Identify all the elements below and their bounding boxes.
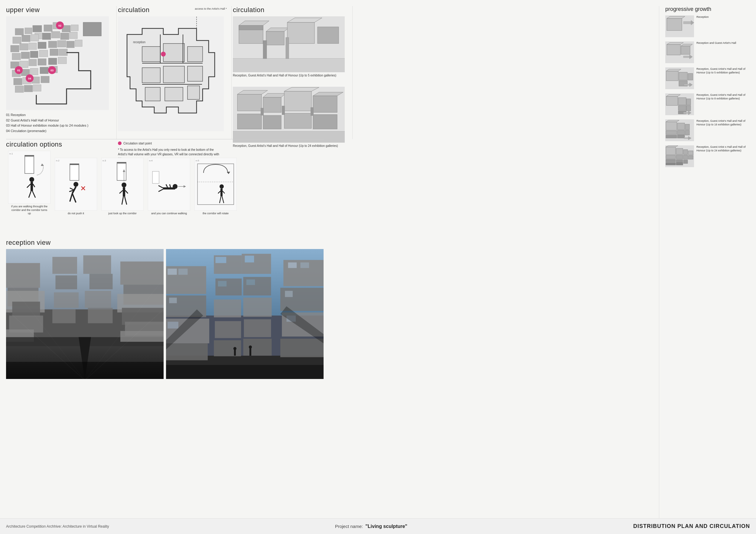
svg-marker-148: [666, 146, 678, 147]
svg-rect-278: [243, 339, 272, 356]
svg-rect-270: [218, 281, 227, 287]
svg-rect-163: [25, 155, 34, 157]
svg-rect-273: [214, 299, 241, 317]
svg-rect-79: [287, 22, 314, 43]
growth-item-5: Reception, Guest Artist's Hall and Hall …: [665, 119, 750, 141]
svg-rect-253: [169, 298, 177, 303]
reception-render-right: [166, 249, 324, 379]
svg-rect-23: [75, 40, 82, 46]
svg-rect-2: [25, 28, 32, 34]
svg-marker-136: [666, 120, 679, 122]
svg-point-208: [220, 184, 224, 189]
svg-rect-9: [13, 37, 21, 43]
svg-rect-83: [233, 59, 345, 72]
figure-svg-1: n-1: [8, 151, 50, 204]
growth-thumb-5: [665, 119, 694, 141]
legend-item-04: 04 Circulation (promenade): [6, 128, 118, 134]
figure-caption-4: and you can continue walking: [151, 212, 187, 216]
svg-rect-75: [239, 25, 263, 30]
svg-rect-241: [6, 362, 164, 379]
svg-rect-135: [666, 122, 677, 130]
svg-rect-48: [83, 22, 101, 36]
svg-rect-261: [285, 291, 293, 297]
figure-caption-1: if you are walking throught the corridor…: [10, 205, 49, 216]
circulation-right-title: circulation: [233, 6, 351, 14]
svg-text:03: 03: [50, 69, 54, 72]
growth-item-2: Reception and Guest Artist's Hall: [665, 41, 750, 63]
legend-item-03: 03 Hall of Honour exhibition module (up …: [6, 123, 118, 128]
bottom-project-name: "Living sculpture": [365, 524, 407, 529]
svg-rect-251: [178, 269, 188, 275]
svg-rect-142: [666, 131, 677, 135]
reception-view-title: reception view: [6, 239, 324, 247]
svg-rect-165: [31, 182, 33, 191]
circulation-left-section: circulation access to the Artist's Hall …: [118, 6, 230, 161]
growth-item-3: Reception, Guest Artist's Hall and Hall …: [665, 67, 750, 89]
main-container: upper view: [0, 0, 756, 534]
vertical-divider-right: [659, 6, 659, 526]
vertical-divider-1: [117, 6, 117, 139]
bottom-archive-text: Architecture Competition Archhive: Archi…: [6, 524, 109, 528]
svg-rect-31: [20, 61, 28, 68]
svg-rect-279: [234, 349, 236, 355]
growth-caption-1: Reception: [696, 15, 750, 18]
svg-text:02: 02: [58, 24, 61, 27]
svg-rect-205: [195, 158, 237, 211]
svg-rect-110: [667, 44, 680, 55]
svg-rect-226: [121, 262, 164, 285]
svg-rect-195: [148, 158, 190, 211]
svg-rect-10: [22, 35, 30, 42]
svg-rect-103: [310, 107, 313, 116]
svg-rect-12: [42, 33, 51, 39]
svg-text:n-5: n-5: [196, 159, 199, 162]
svg-rect-232: [52, 257, 77, 274]
svg-point-187: [122, 183, 126, 187]
svg-rect-121: [688, 73, 693, 80]
growth-item-4: Reception, Guest Artist's Hall and Hall …: [665, 93, 750, 115]
svg-rect-281: [250, 348, 251, 356]
svg-rect-102: [282, 106, 285, 115]
svg-rect-158: [676, 163, 683, 165]
bottom-bar: Architecture Competition Archhive: Archi…: [0, 518, 756, 534]
growth-item-1: Reception: [665, 15, 750, 37]
svg-rect-19: [38, 42, 46, 49]
circulation-figure-4: n-4 and you can continue walking: [146, 158, 192, 216]
svg-rect-114: [684, 56, 689, 58]
svg-rect-266: [215, 257, 226, 263]
svg-rect-138: [677, 130, 685, 135]
svg-rect-157: [688, 156, 693, 159]
upper-view-svg: 01 02 03 04: [6, 16, 109, 110]
svg-rect-41: [14, 78, 22, 85]
svg-rect-35: [58, 57, 67, 64]
growth-caption-3: Reception, Guest Artist's Hall and Hall …: [696, 67, 750, 74]
svg-point-72: [161, 52, 166, 57]
reception-render-left: [6, 249, 164, 379]
svg-rect-234: [55, 275, 77, 289]
svg-rect-45: [15, 86, 24, 92]
reception-images-container: [6, 249, 324, 379]
growth-thumb-6: [665, 145, 694, 167]
svg-rect-32: [29, 59, 37, 66]
svg-rect-59: [163, 43, 184, 62]
svg-point-280: [233, 347, 236, 350]
svg-rect-222: [12, 302, 40, 317]
svg-rect-26: [30, 51, 38, 58]
reception-image-right: [166, 249, 324, 379]
legend-item-02: 02 Guest Artist's Hall Hall of Honour: [6, 118, 118, 123]
svg-rect-140: [677, 135, 685, 138]
svg-rect-127: [678, 98, 686, 105]
svg-rect-149: [676, 148, 683, 154]
circulation-3d-upper: [233, 16, 345, 72]
svg-rect-62: [163, 66, 184, 83]
svg-rect-153: [684, 155, 688, 159]
growth-thumb-4: [665, 93, 694, 115]
svg-rect-91: [284, 91, 311, 111]
svg-rect-58: [142, 46, 160, 62]
svg-text:n-4: n-4: [149, 159, 153, 162]
svg-rect-25: [21, 52, 30, 59]
svg-rect-24: [12, 53, 20, 60]
svg-rect-128: [678, 106, 686, 110]
svg-rect-13: [51, 32, 60, 38]
svg-text:n-1: n-1: [9, 152, 13, 155]
svg-point-164: [29, 177, 34, 182]
